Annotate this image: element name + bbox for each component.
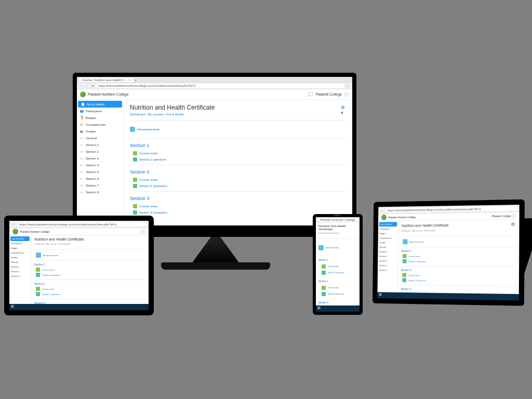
- activity-announcements[interactable]: Announcements: [130, 123, 346, 136]
- sidebar-item-badges[interactable]: Badges: [77, 114, 123, 121]
- activity-quiz[interactable]: Section 1 questions: [318, 270, 357, 276]
- breadcrumb-link[interactable]: My courses: [148, 113, 164, 116]
- sidebar-item[interactable]: Grades: [9, 255, 31, 260]
- avatar[interactable]: [140, 229, 145, 234]
- close-icon[interactable]: ×: [129, 78, 131, 82]
- sidebar-item[interactable]: Section 2: [9, 269, 31, 274]
- activity-announcements[interactable]: Announcements: [34, 252, 145, 258]
- back-button[interactable]: ←: [79, 84, 83, 87]
- sidebar-item[interactable]: Section 5: [378, 268, 397, 272]
- section-heading[interactable]: Section 1: [34, 263, 145, 266]
- activity-book[interactable]: Course notes: [401, 254, 516, 259]
- activity-announcements[interactable]: Announcements: [401, 238, 516, 245]
- site-header: Plaskett Nutrition College Plaskett Coll…: [77, 89, 352, 100]
- activity-quiz[interactable]: Section 1 questions: [34, 272, 145, 277]
- sidebar-item[interactable]: Participants: [9, 241, 31, 246]
- quiz-icon: [133, 157, 137, 162]
- sidebar-item-section[interactable]: Section 6: [77, 175, 123, 182]
- sidebar-item-course[interactable]: Nut & Health: [10, 236, 30, 241]
- sidebar-item[interactable]: Section 3: [9, 274, 31, 278]
- section-heading[interactable]: Section 3: [401, 287, 515, 292]
- site-name[interactable]: Plaskett Nutrition College: [20, 230, 49, 233]
- android-navbar[interactable]: [316, 305, 360, 312]
- gear-icon[interactable]: ⚙: [511, 222, 516, 227]
- browser-tab[interactable]: Course: Nutrition and Health C…×: [79, 78, 134, 82]
- address-bar[interactable]: [385, 206, 517, 212]
- sidebar-item-section[interactable]: Section 7: [77, 182, 123, 189]
- sidebar-item-general[interactable]: General: [77, 135, 123, 141]
- sidebar-item[interactable]: Participants: [378, 227, 398, 231]
- sidebar-item-section[interactable]: Section 1: [77, 141, 123, 148]
- activity-quiz[interactable]: Section 1 questions: [401, 259, 516, 264]
- activity-book[interactable]: Course notes: [130, 203, 346, 209]
- breadcrumb-link[interactable]: Dashboard: [130, 113, 145, 116]
- sidebar-item[interactable]: Competencies: [378, 236, 398, 241]
- site-name[interactable]: Plaskett Nutrition College: [389, 215, 416, 219]
- section-heading[interactable]: Section 1: [401, 249, 516, 252]
- address-bar[interactable]: [17, 222, 147, 227]
- activity-book[interactable]: Course notes: [318, 263, 357, 270]
- sidebar-item[interactable]: Section 3: [378, 259, 397, 263]
- activity-announcements[interactable]: Announcements: [318, 241, 357, 255]
- sidebar-item[interactable]: Section 2: [378, 254, 397, 259]
- section-heading[interactable]: Section 2: [130, 169, 346, 175]
- section-heading[interactable]: Section 1: [318, 259, 357, 261]
- forward-button[interactable]: →: [85, 84, 89, 87]
- sidebar-item-section[interactable]: Section 2: [77, 148, 123, 155]
- sidebar-item-course[interactable]: Nut & Health: [379, 222, 397, 227]
- sidebar-item[interactable]: General: [378, 245, 397, 249]
- sidebar-item[interactable]: Badges: [9, 246, 31, 250]
- main-content: Nutrition and Health Certificate Dashboa…: [316, 222, 360, 305]
- menu-button[interactable]: ⋮: [346, 84, 350, 88]
- address-bar[interactable]: [96, 84, 344, 88]
- section-heading[interactable]: Section 3: [318, 301, 357, 304]
- grades-icon: [80, 129, 84, 133]
- reload-button[interactable]: ⟳: [90, 84, 95, 88]
- breadcrumb-link[interactable]: Nut & Health: [166, 113, 184, 116]
- sidebar-item-course[interactable]: Nut & Health: [78, 101, 122, 108]
- sidebar-item-participants[interactable]: Participants: [77, 108, 123, 114]
- sidebar-item[interactable]: General: [9, 260, 31, 264]
- section-heading[interactable]: Section 3: [130, 196, 346, 201]
- avatar[interactable]: [511, 213, 516, 218]
- address-bar[interactable]: [318, 218, 360, 222]
- activity-quiz[interactable]: Section 2 Questions: [318, 291, 357, 297]
- user-menu[interactable]: Plaskett College: [308, 92, 349, 97]
- sidebar-item-section[interactable]: Section 8: [77, 189, 123, 195]
- activity-label: Section 2 Questions: [139, 184, 167, 188]
- sidebar-item[interactable]: Section 4: [378, 263, 397, 268]
- activity-book[interactable]: Course notes: [34, 286, 145, 291]
- activity-book[interactable]: Course notes: [130, 177, 346, 183]
- sidebar-item[interactable]: Badges: [378, 231, 398, 236]
- windows-taskbar[interactable]: [377, 292, 518, 300]
- activity-book[interactable]: Course notes: [318, 285, 357, 291]
- site-name[interactable]: Plaskett Nutrition College: [88, 92, 129, 96]
- gear-icon[interactable]: ⚙ ▾: [341, 105, 346, 110]
- main-content: Nutrition and Health Certificate⚙ Dashbo…: [398, 220, 520, 294]
- back-button[interactable]: ←: [380, 209, 384, 212]
- activity-quiz[interactable]: Section 2 Questions: [401, 277, 516, 284]
- activity-book[interactable]: Course notes: [34, 267, 145, 272]
- sidebar-item-section[interactable]: Section 5: [77, 168, 123, 175]
- back-button[interactable]: ←: [11, 223, 16, 226]
- sidebar-item-competencies[interactable]: Competencies: [77, 121, 123, 128]
- sidebar-item-section[interactable]: Section 3: [77, 155, 123, 162]
- user-name[interactable]: Plaskett College: [492, 214, 511, 218]
- new-tab-button[interactable]: +: [135, 78, 137, 82]
- sidebar-item[interactable]: Section 1: [378, 249, 397, 254]
- windows-taskbar[interactable]: [9, 304, 149, 310]
- sidebar-item[interactable]: Section 1: [9, 264, 31, 269]
- section-heading[interactable]: Section 2: [401, 269, 516, 272]
- activity-quiz[interactable]: Section 2 Questions: [34, 291, 145, 297]
- activity-quiz[interactable]: Section 1 questions: [130, 156, 346, 163]
- sidebar-item-label: Section 5: [86, 170, 99, 174]
- sidebar-item[interactable]: Competencies: [9, 250, 31, 255]
- section-heading[interactable]: Section 2: [34, 282, 145, 285]
- activity-book[interactable]: Course notes: [130, 150, 346, 156]
- sidebar-item[interactable]: Grades: [378, 240, 398, 245]
- section-heading[interactable]: Section 2: [318, 280, 357, 283]
- sidebar-item-section[interactable]: Section 4: [77, 162, 123, 168]
- activity-quiz[interactable]: Section 2 Questions: [130, 183, 346, 189]
- sidebar-item-grades[interactable]: Grades: [77, 128, 123, 135]
- section-heading[interactable]: Section 1: [130, 143, 346, 148]
